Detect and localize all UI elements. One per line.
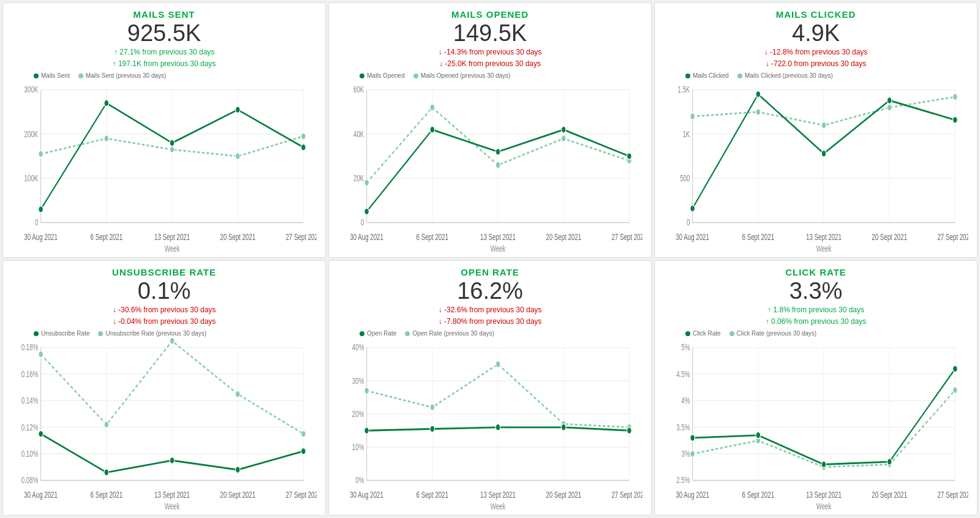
legend-previous: Mails Sent (previous 30 days)	[78, 72, 167, 79]
svg-point-193	[887, 459, 892, 465]
svg-text:3%: 3%	[681, 449, 690, 459]
svg-text:30 Aug 2021: 30 Aug 2021	[350, 232, 383, 242]
mails-sent-value: 925.5K	[12, 21, 317, 47]
svg-text:0.08%: 0.08%	[21, 476, 39, 486]
svg-text:20 Sept 2021: 20 Sept 2021	[220, 490, 255, 500]
unsubscribe-rate-title: UNSUBSCRIBE RATE	[12, 267, 317, 277]
card-mails-sent: MAILS SENT 925.5K ↑ 27.1% from previous …	[2, 2, 326, 258]
svg-point-120	[235, 391, 240, 397]
open-rate-value: 16.2%	[337, 279, 643, 304]
card-click-rate: CLICK RATE 3.3% ↑ 1.8% from previous 30 …	[654, 260, 978, 516]
svg-point-24	[301, 133, 306, 140]
legend-current: Mails Opened	[360, 72, 405, 79]
card-mails-opened: MAILS OPENED 149.5K ↓ -14.3% from previo…	[328, 2, 652, 258]
svg-point-192	[821, 461, 826, 468]
mails-opened-legend: Mails Opened Mails Opened (previous 30 d…	[360, 72, 643, 79]
svg-point-56	[364, 208, 369, 215]
card-mails-clicked: MAILS CLICKED 4.9K ↓ -12.8% from previou…	[654, 2, 978, 258]
svg-text:1K: 1K	[682, 129, 690, 139]
svg-point-159	[627, 427, 632, 434]
svg-text:Week: Week	[165, 501, 180, 511]
svg-text:30 Aug 2021: 30 Aug 2021	[676, 232, 709, 242]
svg-point-185	[690, 451, 695, 457]
svg-point-52	[430, 104, 435, 111]
svg-text:Week: Week	[816, 501, 832, 511]
svg-point-26	[104, 100, 109, 107]
svg-point-150	[364, 388, 369, 394]
svg-point-84	[821, 122, 826, 129]
svg-text:13 Sept 2021: 13 Sept 2021	[480, 232, 516, 242]
legend-current: Open Rate	[360, 330, 396, 337]
svg-point-83	[756, 109, 761, 116]
svg-text:13 Sept 2021: 13 Sept 2021	[154, 490, 190, 500]
svg-point-121	[301, 430, 306, 437]
svg-text:4%: 4%	[681, 396, 690, 406]
svg-text:500: 500	[680, 173, 690, 183]
svg-text:6 Sept 2021: 6 Sept 2021	[91, 232, 123, 242]
svg-point-29	[301, 144, 306, 151]
click-rate-value: 3.3%	[663, 279, 968, 304]
svg-text:Week: Week	[165, 244, 180, 253]
svg-text:30 Aug 2021: 30 Aug 2021	[24, 232, 58, 242]
mails-clicked-stats: ↓ -12.8% from previous 30 days ↓ -722.0 …	[663, 47, 968, 70]
svg-point-190	[690, 435, 695, 441]
svg-point-151	[430, 404, 435, 411]
svg-text:20%: 20%	[352, 409, 364, 419]
svg-text:0%: 0%	[355, 476, 364, 486]
legend-previous: Open Rate (previous 30 days)	[405, 330, 494, 337]
svg-point-20	[39, 151, 43, 157]
svg-point-125	[235, 467, 240, 473]
svg-point-85	[887, 104, 892, 111]
svg-point-126	[301, 448, 306, 455]
svg-text:27 Sept 2021: 27 Sept 2021	[937, 490, 968, 500]
svg-point-122	[39, 430, 43, 437]
svg-text:0.16%: 0.16%	[21, 369, 39, 379]
click-rate-title: CLICK RATE	[663, 267, 968, 277]
svg-point-53	[496, 162, 500, 168]
svg-point-89	[821, 150, 826, 157]
svg-point-22	[170, 146, 175, 153]
open-rate-title: OPEN RATE	[337, 267, 643, 277]
svg-point-88	[756, 91, 761, 98]
svg-text:6 Sept 2021: 6 Sept 2021	[91, 490, 123, 500]
svg-point-194	[953, 366, 958, 372]
svg-text:20 Sept 2021: 20 Sept 2021	[546, 490, 581, 500]
mails-sent-stats: ↑ 27.1% from previous 30 days ↑ 197.1K f…	[12, 47, 317, 70]
legend-current: Mails Clicked	[685, 72, 729, 79]
legend-previous: Mails Clicked (previous 30 days)	[737, 72, 833, 79]
mails-clicked-chart: 1.5K1K5000 30 Aug 20216 Sept 202113 Sept…	[663, 80, 968, 253]
legend-current: Click Rate	[685, 330, 721, 337]
svg-text:40%: 40%	[352, 343, 364, 353]
mails-opened-title: MAILS OPENED	[337, 9, 643, 20]
unsubscribe-rate-chart: 0.18%0.16%0.14%0.12%0.10%0.08% 30 Aug 20…	[12, 338, 317, 511]
svg-text:27 Sept 2021: 27 Sept 2021	[937, 232, 968, 242]
svg-text:200K: 200K	[24, 129, 39, 139]
unsubscribe-rate-stats: ↓ -30.6% from previous 30 days ↓ -0.04% …	[12, 304, 317, 328]
svg-text:27 Sept 2021: 27 Sept 2021	[611, 232, 643, 242]
legend-current: Mails Sent	[34, 72, 70, 79]
svg-text:27 Sept 2021: 27 Sept 2021	[285, 232, 317, 242]
dashboard: MAILS SENT 925.5K ↑ 27.1% from previous …	[0, 0, 980, 518]
svg-text:Week: Week	[816, 244, 832, 253]
svg-text:0.14%: 0.14%	[21, 396, 39, 406]
svg-point-119	[170, 338, 175, 344]
svg-text:Week: Week	[491, 244, 506, 253]
mails-sent-legend: Mails Sent Mails Sent (previous 30 days)	[34, 72, 317, 79]
legend-previous: Click Rate (previous 30 days)	[729, 330, 817, 337]
card-open-rate: OPEN RATE 16.2% ↓ -32.6% from previous 3…	[328, 260, 652, 516]
svg-point-21	[104, 135, 109, 142]
svg-text:100K: 100K	[24, 173, 39, 183]
svg-text:5%: 5%	[681, 343, 690, 353]
legend-current: Unsubscribe Rate	[34, 330, 89, 337]
svg-text:0.18%: 0.18%	[21, 343, 39, 353]
svg-point-152	[496, 361, 500, 367]
svg-text:3.5%: 3.5%	[676, 422, 690, 432]
svg-text:20 Sept 2021: 20 Sept 2021	[872, 232, 907, 242]
svg-point-60	[627, 153, 632, 160]
svg-point-118	[104, 421, 109, 428]
mails-sent-chart: 300K200K100K0 30 Aug 20216 Sept 202113 S…	[12, 80, 317, 253]
svg-text:6 Sept 2021: 6 Sept 2021	[742, 490, 775, 500]
svg-point-91	[953, 117, 958, 124]
svg-text:30%: 30%	[352, 376, 364, 386]
svg-text:13 Sept 2021: 13 Sept 2021	[480, 490, 516, 500]
